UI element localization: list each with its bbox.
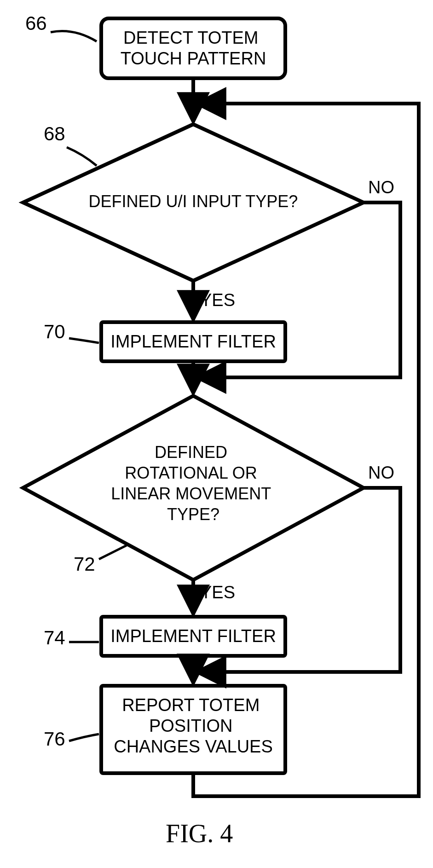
n74-line1: IMPLEMENT FILTER — [110, 626, 276, 646]
svg-text:76: 76 — [44, 728, 65, 750]
node-implement-filter-2: IMPLEMENT FILTER — [101, 617, 285, 656]
n72-line3: LINEAR MOVEMENT — [111, 484, 271, 503]
n70-line1: IMPLEMENT FILTER — [110, 332, 276, 351]
node-detect-totem: DETECT TOTEM TOUCH PATTERN — [101, 18, 285, 78]
ref-70: 70 — [44, 321, 99, 343]
svg-text:74: 74 — [44, 627, 65, 648]
label-yes-68: YES — [200, 290, 235, 310]
svg-text:66: 66 — [25, 12, 47, 34]
node-defined-movement: DEFINED ROTATIONAL OR LINEAR MOVEMENT TY… — [23, 396, 364, 580]
label-no-68: NO — [368, 178, 394, 197]
ref-72: 72 — [74, 545, 127, 575]
svg-text:68: 68 — [44, 123, 65, 145]
svg-text:DEFINED U/I INPUT TYPE?: DEFINED U/I INPUT TYPE? — [89, 192, 298, 211]
label-no-72: NO — [368, 463, 394, 482]
n68-line1: DEFINED U/I INPUT TYPE? — [89, 192, 298, 211]
svg-text:70: 70 — [44, 321, 65, 342]
n66-line2: TOUCH PATTERN — [121, 49, 266, 68]
node-implement-filter-1: IMPLEMENT FILTER — [101, 322, 285, 361]
n76-line1: REPORT TOTEM — [122, 695, 260, 715]
ref-66: 66 — [25, 12, 97, 41]
svg-text:IMPLEMENT FILTER: IMPLEMENT FILTER — [110, 332, 276, 351]
ref-74: 74 — [44, 627, 99, 648]
n76-line2: POSITION — [149, 716, 233, 735]
n72-line1: DEFINED — [155, 443, 227, 462]
label-yes-72: YES — [200, 583, 235, 602]
node-report-totem: REPORT TOTEM POSITION CHANGES VALUES — [101, 686, 285, 773]
figure-label: FIG. 4 — [166, 819, 233, 848]
svg-text:IMPLEMENT FILTER: IMPLEMENT FILTER — [110, 626, 276, 646]
svg-rect-0 — [101, 18, 285, 78]
n76-line3: CHANGES VALUES — [114, 737, 273, 756]
n72-line2: ROTATIONAL OR — [125, 463, 257, 482]
ref-68: 68 — [44, 123, 97, 166]
flowchart: DETECT TOTEM TOUCH PATTERN 66 DEFINED U/… — [0, 0, 433, 868]
ref-76: 76 — [44, 728, 99, 750]
node-defined-ui-input: DEFINED U/I INPUT TYPE? — [23, 124, 364, 281]
n72-line4: TYPE? — [167, 505, 219, 524]
n66-line1: DETECT TOTEM — [123, 28, 258, 47]
svg-text:72: 72 — [74, 553, 95, 575]
